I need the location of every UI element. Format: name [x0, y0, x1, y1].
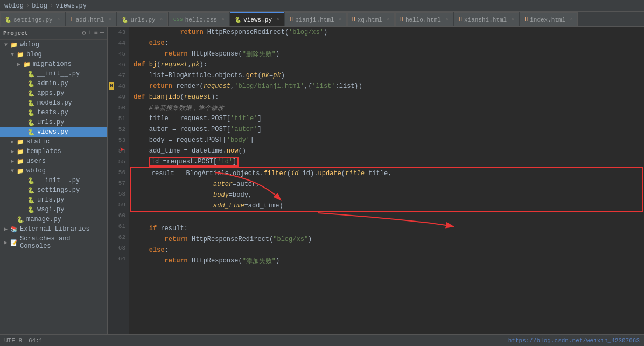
line-num-52: 52 — [108, 124, 129, 135]
breadcrumb-views[interactable]: views.py — [55, 2, 87, 10]
tab-add-html[interactable]: H add.html × — [66, 12, 117, 26]
tree-label-urls-blog: urls.py — [37, 119, 64, 126]
line-num-55: 55 — [108, 156, 129, 167]
folder-icon: 📁 — [16, 148, 25, 155]
code-line-62: return HttpResponseRedirect("blog/xs") — [129, 234, 644, 245]
py-file-icon: 🐍 — [27, 186, 36, 194]
tree-settings[interactable]: 🐍 settings.py — [0, 185, 107, 195]
line-num-50: 50 — [108, 102, 129, 113]
code-lines: return HttpResponseRedirect('blog/xs') e… — [129, 27, 644, 334]
sidebar-header: Project ⚙ + ≡ — — [0, 27, 107, 40]
tree-label-init-wblog: __init__.py — [37, 177, 80, 184]
line-num-45: 45 — [108, 49, 129, 59]
tab-xq[interactable]: H xq.html × — [347, 12, 395, 26]
code-line-46: def bj(request,pk): — [129, 59, 644, 70]
tree-label-models: models.py — [37, 99, 72, 107]
py-file-icon: 🐍 — [27, 89, 36, 97]
tab-bar: 🐍 settings.py × H add.html × 🐍 urls.py ×… — [0, 12, 644, 27]
tree-wblog-inner[interactable]: ▼ 📁 wblog — [0, 166, 107, 176]
py-file-icon: 🐍 — [27, 109, 36, 116]
tree-external-libs[interactable]: ▶ 📚 External Libraries — [0, 224, 107, 234]
tab-bianji[interactable]: H bianji.html × — [285, 12, 347, 26]
py-file-icon: 🐍 — [27, 119, 36, 126]
tree-label-extlib: External Libraries — [20, 225, 90, 233]
breadcrumb: wblog › blog › views.py — [4, 2, 87, 10]
extlib-icon: 📚 — [10, 225, 18, 233]
line-num-59: 59 — [108, 199, 129, 210]
line-num-51: 51 — [108, 113, 129, 124]
line-num-49: 49 — [108, 92, 129, 102]
tab-hello-html[interactable]: H hello.html × — [395, 12, 453, 26]
tree-urls-blog[interactable]: 🐍 urls.py — [0, 117, 107, 127]
code-line-63: else: — [129, 245, 644, 255]
scratch-icon: 📝 — [10, 239, 18, 246]
folder-icon: 📁 — [16, 51, 25, 58]
sidebar-settings-icon[interactable]: ⚙ — [82, 29, 86, 37]
py-file-icon: 🐍 — [27, 80, 36, 87]
tree-scratches[interactable]: ▶ 📝 Scratches and Consoles — [0, 234, 107, 251]
tree-admin[interactable]: 🐍 admin.py — [0, 79, 107, 88]
tree-wsgi[interactable]: 🐍 wsgi.py — [0, 205, 107, 214]
tree-label-tests: tests.py — [37, 109, 68, 116]
tree-urls-wblog[interactable]: 🐍 urls.py — [0, 195, 107, 205]
tab-settings[interactable]: 🐍 settings.py × — [0, 12, 65, 26]
title-bar: wblog › blog › views.py — [0, 0, 644, 12]
code-editor[interactable]: 43 44 45 46 47 48 H 49 50 51 52 53 54 55 — [108, 27, 644, 334]
line-num-57: 57 — [108, 178, 129, 189]
tree-label-manage: manage.py — [26, 216, 61, 223]
line-num-48: 48 H — [108, 81, 129, 92]
tree-templates[interactable]: ▶ 📁 templates — [0, 147, 107, 156]
code-line-61: if result: — [129, 223, 644, 234]
tab-xianshi[interactable]: H xianshi.html × — [454, 12, 519, 26]
tree-models[interactable]: 🐍 models.py — [0, 98, 107, 108]
tree-static[interactable]: ▶ 📁 static — [0, 137, 107, 147]
folder-icon: 📁 — [10, 41, 18, 49]
tree-migrations[interactable]: ▶ 📁 migrations — [0, 59, 107, 69]
code-line-49: def bianjido(request): — [129, 92, 644, 102]
tree-manage[interactable]: 🐍 manage.py — [0, 214, 107, 224]
code-line-44: else: — [129, 38, 644, 49]
line-num-56: 56 — [108, 167, 129, 178]
sidebar-add-icon[interactable]: + — [88, 29, 92, 37]
code-line-43: return HttpResponseRedirect('blog/xs') — [129, 27, 644, 38]
py-file-icon: 🐍 — [27, 99, 36, 107]
sidebar: Project ⚙ + ≡ — ▼ 📁 wblog ▼ 📁 blog — [0, 27, 108, 334]
tree-label-wsgi: wsgi.py — [37, 206, 64, 213]
py-file-icon: 🐍 — [16, 216, 25, 223]
tab-urls[interactable]: 🐍 urls.py × — [117, 12, 167, 26]
code-line-58: body=body, — [131, 190, 642, 200]
line-num-64: 64 — [108, 253, 129, 264]
breadcrumb-blog[interactable]: blog — [32, 2, 47, 10]
py-file-icon: 🐍 — [27, 128, 36, 136]
tree-users[interactable]: ▶ 📁 users — [0, 156, 107, 166]
line-num-53: 53 — [108, 135, 129, 146]
tree-label-views: views.py — [37, 128, 68, 136]
code-line-51: title = request.POST['title'] — [129, 113, 644, 124]
tree-label-admin: admin.py — [37, 80, 68, 87]
tree-blog[interactable]: ▼ 📁 blog — [0, 50, 107, 59]
line-num-44: 44 — [108, 38, 129, 49]
sidebar-more-icon[interactable]: ≡ — [94, 29, 98, 37]
tree-init-wblog[interactable]: 🐍 __init__.py — [0, 176, 107, 185]
tab-views[interactable]: 🐍 views.py × — [230, 12, 284, 26]
line-num-43: 43 — [108, 27, 129, 38]
status-url[interactable]: https://blog.csdn.net/weixin_42307063 — [508, 337, 640, 344]
tree-label-init-blog: __init__.py — [37, 70, 80, 78]
tree-label-settings: settings.py — [37, 186, 80, 194]
tree-wblog-root[interactable]: ▼ 📁 wblog — [0, 40, 107, 50]
tab-hello-css[interactable]: css hello.css × — [169, 12, 229, 26]
tree-apps[interactable]: 🐍 apps.py — [0, 88, 107, 98]
code-line-54: ➤ add_time = datetime.now() — [129, 146, 644, 156]
tree-tests[interactable]: 🐍 tests.py — [0, 108, 107, 117]
code-line-55: id =request.POST['id'] — [129, 156, 644, 167]
tree-views[interactable]: 🐍 views.py — [0, 127, 107, 137]
code-line-48: return render(request,'blog/bianji.html'… — [129, 81, 644, 92]
code-line-47: list=BlogArticle.objects.get(pk=pk) — [129, 70, 644, 81]
sidebar-collapse-icon[interactable]: — — [100, 29, 104, 37]
breadcrumb-wblog[interactable]: wblog — [4, 2, 24, 10]
tree-init-blog[interactable]: 🐍 __init__.py — [0, 69, 107, 79]
code-line-60 — [129, 212, 644, 223]
line-num-46: 46 — [108, 59, 129, 70]
tab-index[interactable]: H index.html × — [520, 12, 578, 26]
folder-icon: 📁 — [16, 138, 25, 146]
